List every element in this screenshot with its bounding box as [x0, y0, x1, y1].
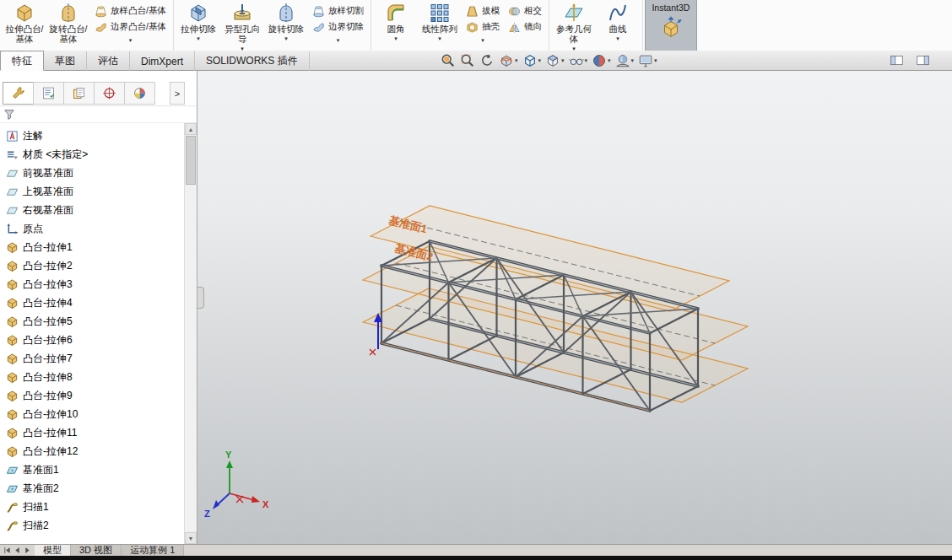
dropdown-arrow-icon[interactable]: ▾ [654, 57, 657, 64]
nav-next-icon[interactable] [24, 547, 31, 554]
tree-item-top-plane[interactable]: 上视基准面 [0, 182, 184, 201]
ribbon-button-curves[interactable]: 曲线▾ [596, 1, 640, 50]
viewbar-zoom-area-button[interactable] [458, 51, 477, 70]
tree-item-label: 基准面1 [23, 463, 59, 477]
status-tab-3d-views[interactable]: 3D 视图 [71, 545, 122, 556]
tree-item-boss-extrude-4[interactable]: 凸台-拉伸4 [0, 293, 184, 312]
manager-tab-dimxpertmanager[interactable] [94, 82, 125, 105]
tab-evaluate[interactable]: 评估 [87, 51, 130, 71]
ribbon-button-mirror[interactable]: 镜向 [506, 19, 544, 35]
filter-funnel-icon[interactable] [3, 109, 15, 121]
tree-item-boss-extrude-12[interactable]: 凸台-拉伸12 [0, 442, 184, 460]
tree-item-sweep-2[interactable]: 扫描2 [0, 516, 184, 535]
tree-item-boss-extrude-11[interactable]: 凸台-拉伸11 [0, 423, 184, 442]
tree-item-origin[interactable]: 原点 [0, 219, 184, 238]
dropdown-arrow-icon[interactable]: ▾ [538, 57, 542, 64]
viewbar-apply-scene-button[interactable]: ▾ [614, 51, 636, 70]
ribbon-button-label: 旋转切除 [268, 24, 304, 34]
tree-item-boss-extrude-9[interactable]: 凸台-拉伸9 [0, 386, 184, 405]
manager-tab-displaymanager[interactable] [124, 82, 155, 105]
tree-item-boss-extrude-10[interactable]: 凸台-拉伸10 [0, 405, 184, 423]
dropdown-arrow-icon[interactable]: ▾ [608, 57, 611, 64]
tree-item-material[interactable]: 材质 <未指定> [0, 145, 184, 164]
manager-tab-configurationmanager[interactable] [63, 82, 95, 105]
graphics-area[interactable]: 基准面1 基准面2 Y X Z [197, 71, 952, 544]
tab-sketch[interactable]: 草图 [44, 51, 87, 71]
dropdown-arrow-icon[interactable]: ▾ [92, 36, 169, 44]
tree-item-boss-extrude-3[interactable]: 凸台-拉伸3 [0, 275, 184, 293]
tree-item-boss-extrude-2[interactable]: 凸台-拉伸2 [0, 256, 184, 275]
ribbon-button-revolve-cut[interactable]: 旋转切除▾ [264, 1, 308, 50]
ribbon-button-extrude-cut[interactable]: 拉伸切除▾ [176, 1, 220, 50]
ribbon-button-ref-geometry[interactable]: 参考几何体▾ [552, 1, 596, 50]
manager-tab-featuremanager[interactable] [3, 82, 34, 105]
scroll-thumb[interactable] [186, 136, 196, 185]
ribbon-button-loft-boss[interactable]: 放样凸台/基体 [92, 3, 169, 19]
viewbar-edit-appearance-button[interactable]: ▾ [590, 51, 613, 70]
viewbar-section-view-button[interactable]: ▾ [497, 51, 520, 70]
nav-first-icon[interactable] [3, 547, 11, 554]
tab-features[interactable]: 特征 [0, 51, 44, 71]
viewbar-view-orientation-button[interactable]: ▾ [521, 51, 544, 70]
reference-planes[interactable] [363, 206, 748, 402]
tree-scrollbar[interactable] [184, 123, 197, 544]
tree-item-plane-1[interactable]: 基准面1 [0, 460, 184, 479]
status-tab-motion-study-1[interactable]: 运动算例 1 [122, 545, 184, 556]
tree-item-plane-2[interactable]: 基准面2 [0, 479, 184, 498]
tree-item-boss-extrude-6[interactable]: 凸台-拉伸6 [0, 331, 184, 349]
ribbon-button-intersect[interactable]: 相交 [506, 3, 544, 19]
dropdown-arrow-icon[interactable]: ▾ [515, 57, 518, 64]
scroll-down-icon[interactable] [185, 532, 197, 544]
ribbon-button-draft[interactable]: 拔模 [463, 3, 502, 19]
tree-item-label: 材质 <未指定> [23, 148, 88, 162]
dropdown-arrow-icon[interactable]: ▾ [310, 36, 366, 44]
manager-tabs-expand-button[interactable] [170, 82, 185, 105]
ribbon-button-boundary-cut[interactable]: 边界切除 [310, 19, 366, 35]
tree-item-boss-extrude-8[interactable]: 凸台-拉伸8 [0, 368, 184, 386]
tree-item-front-plane[interactable]: 前视基准面 [0, 164, 184, 182]
ribbon-button-boundary-boss[interactable]: 边界凸台/基体 [92, 19, 169, 35]
ribbon-button-linear-pattern[interactable]: 线性阵列▾ [418, 1, 462, 50]
manager-tab-propertymanager[interactable] [33, 82, 64, 105]
ribbon-button-revolve-boss[interactable]: 旋转凸台/基体 [46, 1, 90, 50]
ribbon-button-extrude-boss[interactable]: 拉伸凸台/基体 [3, 1, 46, 50]
viewbar-display-style-button[interactable]: ▾ [544, 51, 566, 70]
instant3d-toggle[interactable]: Instant3D [645, 0, 697, 51]
ribbon-button-hole-wizard[interactable]: 异型孔向导▾ [220, 1, 264, 50]
tree-item-boss-extrude-7[interactable]: 凸台-拉伸7 [0, 349, 184, 368]
ribbon-button-fillet[interactable]: 圆角▾ [374, 1, 418, 50]
ribbon-button-shell[interactable]: 抽壳 [463, 19, 502, 35]
tree-item-sweep-1[interactable]: 扫描1 [0, 498, 184, 516]
tree-item-boss-extrude-5[interactable]: 凸台-拉伸5 [0, 312, 184, 331]
dropdown-arrow-icon[interactable]: ▾ [561, 57, 565, 64]
ribbon-button-loft-cut[interactable]: 放样切割 [310, 3, 366, 19]
tab-addins[interactable]: SOLIDWORKS 插件 [195, 51, 310, 71]
dropdown-arrow-icon[interactable]: ▾ [631, 57, 635, 64]
dropdown-arrow-icon[interactable]: ▾ [394, 35, 398, 42]
scroll-up-icon[interactable] [185, 123, 197, 135]
dropdown-arrow-icon[interactable]: ▾ [197, 35, 200, 42]
viewbar-hide-show-items-button[interactable]: ▾ [567, 51, 590, 70]
collapse-pane-right-button[interactable] [916, 53, 930, 67]
tree-item-annotations[interactable]: 注解 [0, 127, 184, 145]
tree-item-right-plane[interactable]: 右视基准面 [0, 201, 184, 219]
curves-icon [608, 3, 628, 23]
dropdown-arrow-icon[interactable]: ▾ [284, 35, 288, 42]
dropdown-arrow-icon[interactable]: ▾ [616, 35, 619, 42]
tree-item-label: 扫描1 [23, 500, 49, 514]
tree-item-label: 基准面2 [23, 482, 59, 496]
viewbar-previous-view-button[interactable] [478, 51, 496, 70]
panel-splitter-handle[interactable] [197, 287, 204, 309]
dropdown-arrow-icon[interactable]: ▾ [585, 57, 588, 64]
viewbar-zoom-fit-button[interactable] [439, 51, 457, 70]
tab-dimxpert[interactable]: DimXpert [130, 51, 195, 71]
status-tab-model[interactable]: 模型 [35, 545, 71, 556]
nav-prev-icon[interactable] [14, 547, 21, 554]
collapse-pane-left-button[interactable] [890, 53, 904, 67]
dropdown-arrow-icon[interactable]: ▾ [438, 35, 441, 42]
pane-buttons [890, 53, 930, 67]
tree-item-boss-extrude-1[interactable]: 凸台-拉伸1 [0, 238, 184, 256]
sheet-nav-buttons [0, 545, 35, 556]
dropdown-arrow-icon[interactable]: ▾ [463, 36, 502, 44]
viewbar-view-settings-button[interactable]: ▾ [636, 51, 659, 70]
